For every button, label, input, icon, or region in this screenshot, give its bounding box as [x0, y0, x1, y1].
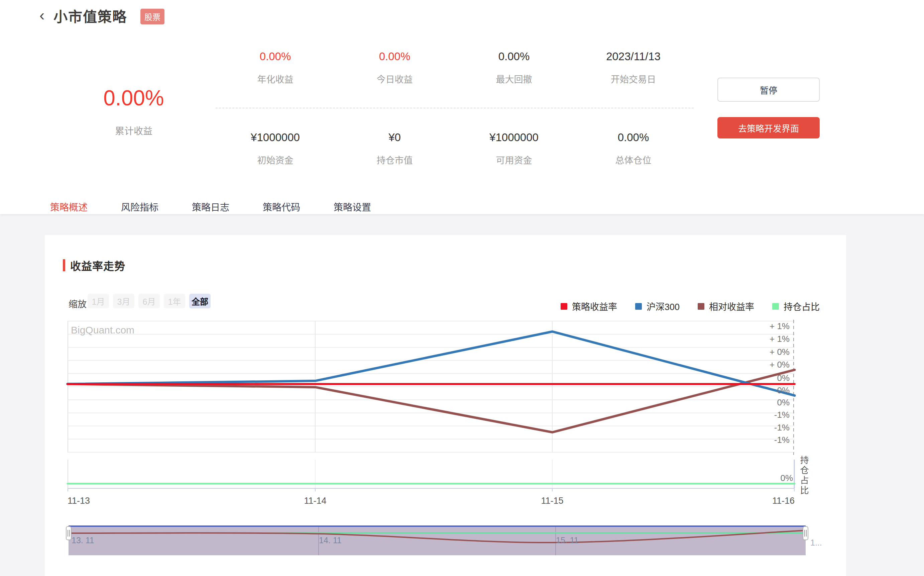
legend-swatch-maroon — [698, 303, 704, 310]
navigator-label-14-11: 14. 11 — [319, 536, 342, 545]
legend-swatch-red — [561, 303, 567, 310]
stat-label: 总体仓位 — [574, 153, 693, 166]
cumulative-return-label: 累计收益 — [87, 124, 180, 137]
navigator-selected-area[interactable] — [69, 526, 806, 555]
stat-overall-position: 0.00% 总体仓位 — [574, 131, 693, 166]
legend-item-hs300[interactable]: 沪深300 — [635, 300, 680, 313]
cumulative-return-value: 0.00% — [87, 86, 180, 110]
stat-position-value: ¥0 持仓市值 — [335, 131, 454, 166]
stat-row-1: 0.00% 年化收益 0.00% 今日收益 0.00% 最大回撤 2023/11… — [215, 50, 694, 85]
tab-risk-indicators[interactable]: 风险指标 — [121, 200, 158, 213]
chart-gridlines — [67, 321, 795, 452]
legend-item-strategy-return[interactable]: 策略收益率 — [561, 300, 617, 313]
legend-swatch-blue — [635, 303, 642, 310]
position-ratio-chart[interactable] — [67, 459, 795, 492]
navigator-right-handle[interactable] — [803, 526, 808, 540]
stat-value: ¥1000000 — [215, 131, 335, 144]
stat-start-date: 2023/11/13 开始交易日 — [574, 50, 693, 85]
legend-label: 相对收益率 — [709, 300, 754, 313]
datazoom-navigator[interactable] — [64, 524, 813, 558]
stat-value: 0.00% — [454, 50, 574, 63]
stat-value: ¥0 — [335, 131, 454, 144]
back-button[interactable]: ‹ — [40, 6, 45, 24]
x-tick-11-15: 11-15 — [541, 496, 563, 506]
stat-initial-capital: ¥1000000 初始资金 — [215, 131, 335, 166]
stat-label: 可用资金 — [454, 153, 574, 166]
watermark: BigQuant.com — [71, 325, 134, 336]
cumulative-return-stat: 0.00% 累计收益 — [87, 86, 180, 137]
stat-value: 0.00% — [335, 50, 454, 63]
x-tick-11-14: 11-14 — [304, 496, 326, 506]
tab-strategy-code[interactable]: 策略代码 — [263, 200, 300, 213]
legend-label: 沪深300 — [646, 300, 680, 313]
x-tick-11-13: 11-13 — [67, 496, 90, 506]
stat-label: 今日收益 — [335, 72, 454, 85]
section-accent-bar — [63, 259, 65, 271]
legend-item-position-ratio[interactable]: 持仓占比 — [772, 300, 820, 313]
strategy-type-badge: 股票 — [140, 9, 164, 24]
stat-annualized-return: 0.00% 年化收益 — [215, 50, 335, 85]
stat-label: 最大回撤 — [454, 72, 574, 85]
stat-value: ¥1000000 — [454, 131, 574, 144]
stat-label: 开始交易日 — [574, 72, 693, 85]
sub-axis-ticks — [68, 488, 794, 491]
legend-swatch-green — [772, 303, 779, 310]
navigator-label-16-11: 1... — [810, 538, 822, 547]
go-to-strategy-dev-button[interactable]: 去策略开发界面 — [717, 117, 820, 139]
stat-value: 0.00% — [574, 131, 693, 144]
stat-available-capital: ¥1000000 可用资金 — [454, 131, 574, 166]
tab-bar: 策略概述 风险指标 策略日志 策略代码 策略设置 — [50, 200, 371, 213]
legend-label: 持仓占比 — [784, 300, 820, 313]
stat-max-drawdown: 0.00% 最大回撤 — [454, 50, 574, 85]
stat-today-return: 0.00% 今日收益 — [335, 50, 454, 85]
tab-strategy-overview[interactable]: 策略概述 — [50, 200, 88, 213]
legend-label: 策略收益率 — [572, 300, 617, 313]
stat-value: 0.00% — [215, 50, 335, 63]
sub-axis-title: 持仓占比 — [798, 456, 810, 496]
strategy-page: { "header": { "back": "‹", "title": "小市值… — [0, 0, 924, 576]
x-tick-11-16: 11-16 — [772, 496, 795, 506]
stat-label: 持仓市值 — [335, 153, 454, 166]
navigator-label-13-11: 13. 11 — [72, 536, 94, 545]
section-title: 收益率走势 — [70, 258, 125, 273]
returns-line-chart[interactable] — [67, 321, 795, 452]
page-title: 小市值策略 — [53, 5, 127, 26]
sub-zero-label: 0% — [753, 473, 793, 483]
pause-button[interactable]: 暂停 — [717, 78, 820, 102]
tab-strategy-log[interactable]: 策略日志 — [192, 200, 229, 213]
stat-label: 年化收益 — [215, 72, 335, 85]
stat-row-2: ¥1000000 初始资金 ¥0 持仓市值 ¥1000000 可用资金 0.00… — [215, 131, 694, 166]
stats-divider — [215, 108, 694, 108]
chart-legend: 策略收益率 沪深300 相对收益率 持仓占比 — [0, 300, 820, 313]
navigator-label-15-11: 15. 11 — [556, 536, 579, 545]
relative-return-line — [67, 370, 795, 432]
legend-item-relative-return[interactable]: 相对收益率 — [698, 300, 754, 313]
navigator-left-handle[interactable] — [66, 526, 71, 540]
stat-value: 2023/11/13 — [574, 50, 693, 63]
tab-strategy-settings[interactable]: 策略设置 — [334, 200, 371, 213]
stat-label: 初始资金 — [215, 153, 335, 166]
